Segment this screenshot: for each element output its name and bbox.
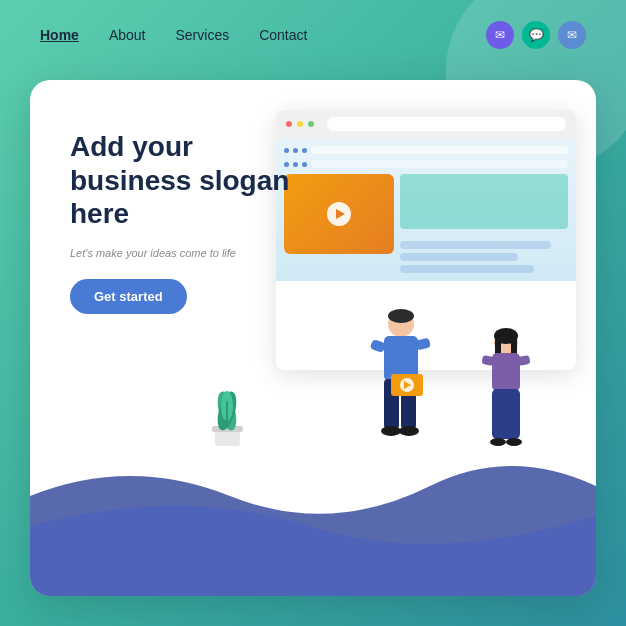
nav-item-services[interactable]: Services (176, 26, 230, 44)
nav-link-about[interactable]: About (109, 27, 146, 43)
nav-links: Home About Services Contact (40, 26, 307, 44)
browser-inner-nav (284, 146, 568, 154)
browser-main-content (284, 174, 568, 273)
browser-right-column (400, 174, 568, 273)
main-card: Add your business slogan here Let's make… (30, 80, 596, 596)
play-triangle-icon (336, 209, 345, 219)
navbar: Home About Services Contact ✉ 💬 ✉ (0, 0, 626, 70)
browser-nav-bar2 (311, 160, 568, 168)
get-started-button[interactable]: Get started (70, 279, 187, 314)
svg-point-7 (388, 309, 414, 323)
nav-link-contact[interactable]: Contact (259, 27, 307, 43)
browser-inner-nav2 (284, 160, 568, 168)
browser-nav-bar (311, 146, 568, 154)
figure-male (366, 306, 436, 456)
svg-point-13 (381, 426, 401, 436)
hero-subtext: Let's make your ideas come to life (70, 247, 310, 259)
svg-point-26 (490, 438, 506, 446)
browser-content-area (276, 138, 576, 281)
nav-item-about[interactable]: About (109, 26, 146, 44)
content-line-3 (400, 265, 534, 273)
nav-icon-group: ✉ 💬 ✉ (486, 21, 586, 49)
browser-bar (276, 110, 576, 138)
nav-item-home[interactable]: Home (40, 26, 79, 44)
content-block-teal (400, 174, 568, 229)
plant-decoration (200, 376, 255, 446)
svg-rect-23 (492, 389, 520, 439)
content-lines (400, 241, 568, 273)
svg-rect-9 (370, 339, 387, 353)
browser-dot-red (286, 121, 292, 127)
figure-female (476, 326, 536, 466)
message-icon[interactable]: ✉ (486, 21, 514, 49)
svg-point-27 (506, 438, 522, 446)
nav-link-home[interactable]: Home (40, 27, 79, 43)
content-line-2 (400, 253, 518, 261)
play-button (327, 202, 351, 226)
email-icon[interactable]: ✉ (558, 21, 586, 49)
nav-item-contact[interactable]: Contact (259, 26, 307, 44)
svg-point-14 (399, 426, 419, 436)
content-line-1 (400, 241, 551, 249)
browser-dot-green (308, 121, 314, 127)
hero-headline: Add your business slogan here (70, 130, 310, 231)
hero-content: Add your business slogan here Let's make… (70, 130, 310, 314)
browser-url-bar (327, 117, 566, 131)
browser-dot-yellow (297, 121, 303, 127)
chat-icon[interactable]: 💬 (522, 21, 550, 49)
svg-rect-22 (492, 353, 520, 391)
nav-link-services[interactable]: Services (176, 27, 230, 43)
